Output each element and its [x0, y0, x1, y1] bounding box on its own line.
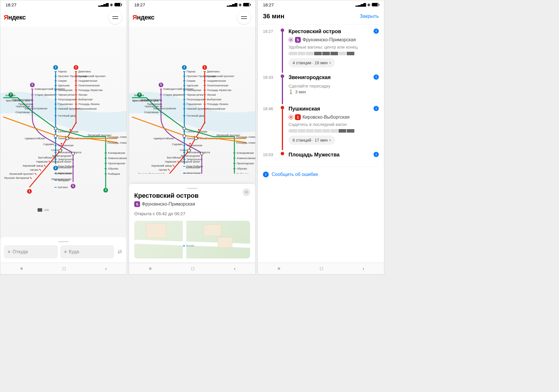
nav-home-icon[interactable]: □ [63, 266, 66, 271]
svg-text:Бухарестская: Бухарестская [183, 172, 200, 174]
svg-text:Горьковская: Горьковская [187, 103, 201, 106]
svg-text:Елизаровская: Елизаровская [237, 152, 254, 154]
svg-text:Адмиралтейская: Адмиралтейская [153, 137, 174, 140]
route-input-sheet: Откуда Куда ⇄ [0, 237, 127, 263]
svg-text:Приморская: Приморская [147, 103, 162, 106]
svg-line-65 [49, 161, 50, 163]
to-input[interactable]: Куда [60, 245, 114, 259]
route-step: 19:03 Площадь Мужества i [263, 152, 379, 164]
route-header: 36 мин Закрыть [258, 8, 384, 24]
nav-back-icon[interactable]: ‹ [362, 266, 364, 271]
svg-point-116 [54, 127, 57, 130]
sheet-handle[interactable] [58, 241, 69, 242]
svg-text:Старая Деревня: Старая Деревня [35, 93, 55, 96]
close-link[interactable]: Закрыть [360, 13, 379, 19]
svg-text:Политехническая: Политехническая [78, 84, 100, 87]
nav-back-icon[interactable]: ‹ [105, 266, 107, 271]
metro-icon: М [289, 38, 293, 42]
close-button[interactable]: ✕ [243, 188, 250, 196]
svg-point-119 [72, 152, 75, 155]
yandex-logo[interactable]: Яндекс [4, 14, 26, 21]
metro-map[interactable]: ПарнасПроспект ПросвещенияОзеркиУдельная… [129, 26, 255, 184]
svg-text:Петроградская: Петроградская [58, 98, 76, 101]
svg-line-202 [163, 173, 165, 174]
nav-back-icon[interactable]: ‹ [234, 266, 235, 271]
svg-text:Площадь Александра: Площадь Александра [107, 136, 127, 138]
svg-text:Лесная: Лесная [78, 93, 87, 96]
train-cars [289, 129, 379, 133]
svg-text:Выборгская: Выборгская [78, 98, 93, 101]
svg-text:Площадь Александра: Площадь Александра [236, 136, 255, 138]
svg-text:Садовая: Садовая [172, 143, 183, 146]
step-line: М 5 Фрунзенско-Приморская [289, 37, 356, 43]
svg-text:Спортивная: Спортивная [144, 111, 159, 114]
station-name: Крестовский остров [134, 192, 250, 199]
status-bar: 18:27 ▂▃▅▇ ◈ [129, 0, 255, 8]
svg-text:Нарвская: Нарвская [165, 160, 176, 163]
route-steps: 18:27 Крестовский остров i М 5 Фрунзенск… [258, 24, 384, 263]
line-badge: 5 [134, 201, 140, 207]
station-mini-map[interactable]: ◉ Runlab [134, 221, 250, 259]
nav-recent-icon[interactable]: ≡ [277, 266, 280, 271]
step-station: Пушкинская [289, 106, 320, 112]
svg-point-249 [194, 137, 197, 140]
svg-text:Автово: Автово [30, 168, 38, 171]
nav-recent-icon[interactable]: ≡ [20, 266, 23, 271]
route-duration: 36 мин [263, 13, 284, 20]
menu-button[interactable] [237, 11, 251, 24]
svg-text:Гостиный двор: Гостиный двор [58, 114, 76, 117]
svg-text:Садовая: Садовая [43, 143, 54, 146]
stations-chip[interactable]: 6 станций · 17 мин ▾ [289, 136, 335, 145]
station-detail-sheet: ✕ Крестовский остров 5 Фрунзенско-Примор… [129, 184, 255, 263]
svg-text:Звенигородская: Звенигородская [181, 154, 200, 157]
svg-text:Ленинский проспект: Ленинский проспект [138, 172, 162, 174]
svg-text:Новокрестовская: Новокрестовская [12, 98, 33, 101]
svg-text:Девяткино: Девяткино [207, 70, 220, 73]
svg-text:Проспект Ветеранов: Проспект Ветеранов [4, 177, 29, 179]
svg-text:Площадь Александра: Площадь Александра [107, 141, 127, 144]
route-step: 18:46 Пушкинская i М 1 Кировско-Выборгск… [263, 106, 379, 150]
svg-text:Приморская: Приморская [18, 103, 33, 106]
swap-icon[interactable]: ⇄ [116, 249, 123, 255]
svg-text:Обухово: Обухово [237, 167, 247, 170]
android-nav-bar: ≡ □ ‹ [0, 263, 127, 274]
step-time: 19:03 [263, 152, 276, 164]
nav-recent-icon[interactable]: ≡ [149, 266, 151, 271]
svg-point-117 [54, 135, 57, 138]
info-icon[interactable]: i [374, 74, 379, 80]
status-bar: 18:27 ▂▃▅▇ ◈ [0, 0, 127, 8]
svg-text:Обухово: Обухово [108, 167, 118, 170]
info-icon[interactable]: i [374, 28, 379, 34]
svg-text:Парнас: Парнас [187, 70, 196, 73]
svg-text:3: 3 [105, 188, 107, 192]
stations-chip[interactable]: 4 станции · 16 мин ▾ [289, 58, 335, 67]
from-input[interactable]: Откуда [4, 245, 58, 259]
svg-text:Купчино: Купчино [58, 186, 68, 189]
report-error-link[interactable]: !Сообщить об ошибке [263, 167, 379, 182]
wifi-icon: ◈ [367, 2, 371, 7]
step-time: 18:43 [263, 74, 276, 104]
info-icon[interactable]: i [374, 106, 379, 111]
svg-text:Обводный канал: Обводный канал [180, 160, 200, 163]
yandex-logo[interactable]: Яндекс [132, 14, 154, 21]
svg-point-118 [66, 137, 69, 140]
nav-home-icon[interactable]: □ [320, 266, 323, 271]
nav-home-icon[interactable]: □ [191, 266, 194, 271]
step-time: 18:46 [263, 106, 276, 150]
svg-text:Рыбацкое: Рыбацкое [237, 172, 249, 174]
route-step: 18:27 Крестовский остров i М 5 Фрунзенск… [263, 28, 379, 73]
metro-map[interactable]: ПарнасПроспект ПросвещенияОзеркиУдельная… [0, 26, 127, 237]
menu-button[interactable] [109, 11, 122, 24]
svg-text:5: 5 [72, 184, 74, 188]
info-icon[interactable]: i [374, 152, 379, 157]
sheet-handle[interactable] [187, 188, 197, 189]
step-instruction: Сделайте пересадку [289, 83, 379, 88]
wifi-icon: ◈ [110, 2, 113, 7]
svg-point-189 [204, 122, 206, 124]
chevron-down-icon: ▾ [329, 138, 331, 142]
svg-point-59 [70, 129, 71, 131]
svg-text:Бухарестская: Бухарестская [55, 172, 71, 175]
svg-text:Площадь Александра: Площадь Александра [236, 141, 255, 144]
svg-line-200 [168, 169, 170, 171]
step-station: Крестовский остров [289, 28, 341, 35]
